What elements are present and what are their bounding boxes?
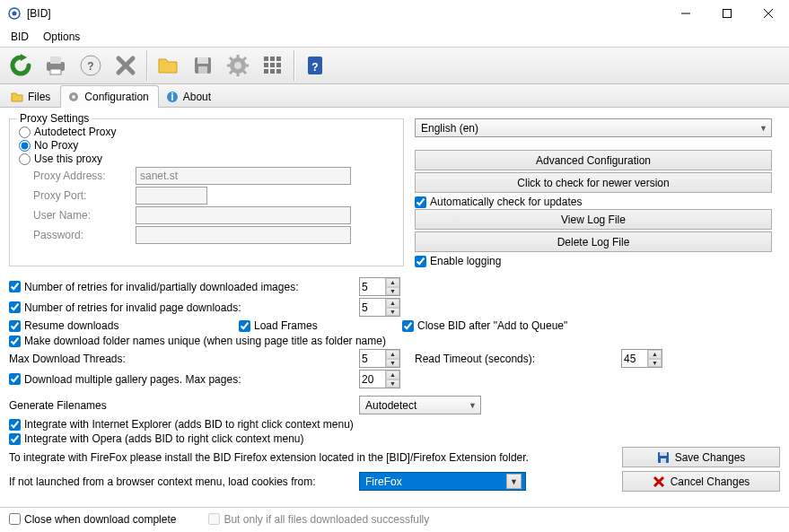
- language-value: English (en): [421, 122, 478, 135]
- chevron-down-icon: ▼: [506, 474, 522, 489]
- menu-bid[interactable]: BID: [4, 28, 36, 46]
- load-frames-checkbox[interactable]: [239, 320, 250, 332]
- spin-up-icon[interactable]: ▲: [386, 278, 399, 287]
- multi-gallery-checkbox[interactable]: [9, 373, 21, 385]
- unique-folders-checkbox[interactable]: [9, 336, 21, 347]
- svg-rect-44: [661, 458, 666, 463]
- spin-down-icon[interactable]: ▼: [386, 359, 399, 368]
- delete-x-icon[interactable]: [109, 49, 143, 82]
- spin-up-icon[interactable]: ▲: [386, 350, 399, 359]
- svg-line-24: [243, 71, 246, 74]
- close-after-queue-checkbox[interactable]: [402, 320, 414, 332]
- integrate-opera-checkbox[interactable]: [9, 433, 21, 445]
- svg-rect-29: [276, 57, 281, 61]
- tab-label: Configuration: [84, 91, 148, 103]
- retries-pages-spinner[interactable]: ▲▼: [359, 298, 400, 317]
- proxy-address-input[interactable]: [136, 167, 351, 185]
- unique-folders-label: Make download folder names unique (when …: [24, 335, 386, 347]
- minimize-button[interactable]: [665, 0, 706, 27]
- language-select[interactable]: English (en) ▼: [415, 118, 772, 137]
- no-proxy-radio[interactable]: [19, 140, 31, 152]
- window-title: [BID]: [27, 7, 665, 20]
- use-this-proxy-label: Use this proxy: [34, 153, 102, 165]
- spin-down-icon[interactable]: ▼: [648, 359, 662, 368]
- svg-marker-6: [21, 54, 27, 61]
- spin-down-icon[interactable]: ▼: [386, 308, 399, 317]
- retries-images-spinner[interactable]: ▲▼: [359, 277, 400, 296]
- gear-icon[interactable]: [221, 49, 255, 82]
- spin-up-icon[interactable]: ▲: [386, 299, 399, 308]
- svg-line-26: [230, 71, 232, 74]
- load-frames-label: Load Frames: [254, 319, 318, 332]
- svg-line-5: [764, 9, 773, 18]
- close-button[interactable]: [748, 0, 789, 27]
- generate-filenames-select[interactable]: Autodetect▼: [359, 396, 481, 414]
- read-timeout-spinner[interactable]: ▲▼: [621, 349, 662, 368]
- spin-down-icon[interactable]: ▼: [386, 287, 399, 296]
- integrate-ie-checkbox[interactable]: [9, 419, 21, 431]
- proxy-legend: Proxy Settings: [17, 112, 92, 125]
- user-name-input[interactable]: [136, 206, 351, 224]
- tab-about[interactable]: i About: [159, 85, 221, 108]
- only-if-success-checkbox: [208, 513, 220, 525]
- resume-downloads-checkbox[interactable]: [9, 320, 21, 332]
- save-disk-icon[interactable]: [186, 49, 220, 82]
- svg-rect-3: [723, 10, 732, 18]
- gear-icon: [66, 90, 81, 104]
- maximize-button[interactable]: [706, 0, 748, 27]
- svg-point-18: [234, 62, 241, 69]
- close-when-complete-checkbox[interactable]: [9, 513, 21, 525]
- retries-pages-checkbox[interactable]: [9, 301, 21, 313]
- svg-line-23: [230, 57, 232, 60]
- toolbar-separator: [294, 50, 295, 81]
- svg-rect-28: [270, 57, 275, 61]
- help-round-icon[interactable]: ?: [74, 49, 108, 82]
- multi-gallery-label: Download multiple gallery pages. Max pag…: [24, 373, 241, 386]
- help-q-icon[interactable]: ?: [298, 49, 332, 82]
- tab-label: About: [183, 91, 211, 103]
- cancel-changes-button[interactable]: Cancel Changes: [622, 471, 780, 492]
- refresh-icon[interactable]: [4, 49, 38, 82]
- svg-rect-9: [50, 69, 61, 74]
- use-this-proxy-radio[interactable]: [19, 153, 31, 165]
- enable-logging-checkbox[interactable]: [415, 256, 426, 267]
- advanced-configuration-button[interactable]: Advanced Configuration: [415, 150, 772, 170]
- max-threads-spinner[interactable]: ▲▼: [359, 349, 400, 368]
- svg-rect-32: [276, 63, 281, 67]
- printer-icon[interactable]: [39, 49, 73, 82]
- folder-icon: [10, 90, 24, 104]
- password-input[interactable]: [136, 226, 351, 244]
- tab-files[interactable]: Files: [4, 85, 60, 108]
- autodetect-proxy-radio[interactable]: [19, 126, 31, 138]
- view-log-file-button[interactable]: View Log File: [415, 209, 772, 230]
- retries-images-checkbox[interactable]: [9, 281, 21, 292]
- tab-configuration[interactable]: Configuration: [60, 85, 158, 108]
- no-proxy-label: No Proxy: [34, 139, 78, 152]
- multi-gallery-spinner[interactable]: ▲▼: [359, 370, 400, 388]
- cookies-from-select[interactable]: FireFox▼: [359, 472, 526, 491]
- grid-icon[interactable]: [256, 49, 290, 82]
- proxy-settings-group: Proxy Settings Autodetect Proxy No Proxy…: [9, 118, 404, 266]
- check-newer-version-button[interactable]: Click to check for newer version: [415, 172, 772, 193]
- resume-downloads-label: Resume downloads: [24, 319, 118, 332]
- spin-up-icon[interactable]: ▲: [648, 350, 662, 359]
- proxy-port-input[interactable]: [136, 187, 207, 205]
- svg-rect-35: [276, 69, 281, 74]
- svg-rect-15: [197, 57, 208, 64]
- firefox-note: To integrate with FireFox please install…: [9, 451, 529, 464]
- folder-icon[interactable]: [151, 49, 185, 82]
- retries-images-label: Number of retries for invalid/partially …: [24, 281, 298, 293]
- generate-filenames-label: Generate Filenames: [9, 399, 359, 412]
- svg-rect-16: [198, 66, 207, 74]
- spin-up-icon[interactable]: ▲: [386, 371, 399, 379]
- only-if-success-label: But only if all files downloaded success…: [224, 513, 429, 526]
- svg-rect-8: [50, 57, 61, 64]
- save-changes-button[interactable]: Save Changes: [622, 447, 780, 467]
- spin-down-icon[interactable]: ▼: [386, 379, 399, 388]
- integrate-ie-label: Integrate with Internet Explorer (adds B…: [24, 418, 354, 431]
- menu-options[interactable]: Options: [36, 28, 87, 46]
- svg-line-25: [243, 57, 246, 60]
- auto-check-updates-checkbox[interactable]: [415, 196, 426, 208]
- delete-log-file-button[interactable]: Delete Log File: [415, 231, 772, 252]
- chevron-down-icon: ▼: [759, 124, 767, 133]
